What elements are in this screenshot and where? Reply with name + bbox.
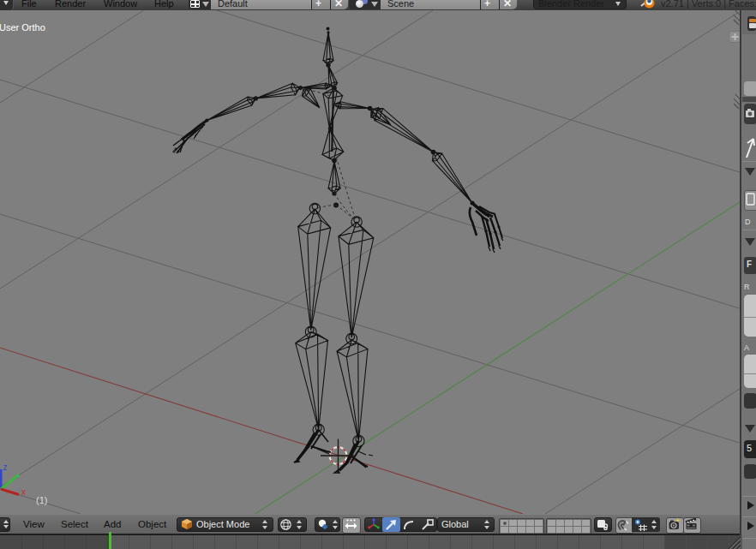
svg-text:z: z bbox=[3, 462, 8, 472]
svg-text:x: x bbox=[21, 487, 26, 497]
svg-text:(1): (1) bbox=[36, 495, 47, 505]
svg-text:User Ortho: User Ortho bbox=[0, 22, 45, 33]
